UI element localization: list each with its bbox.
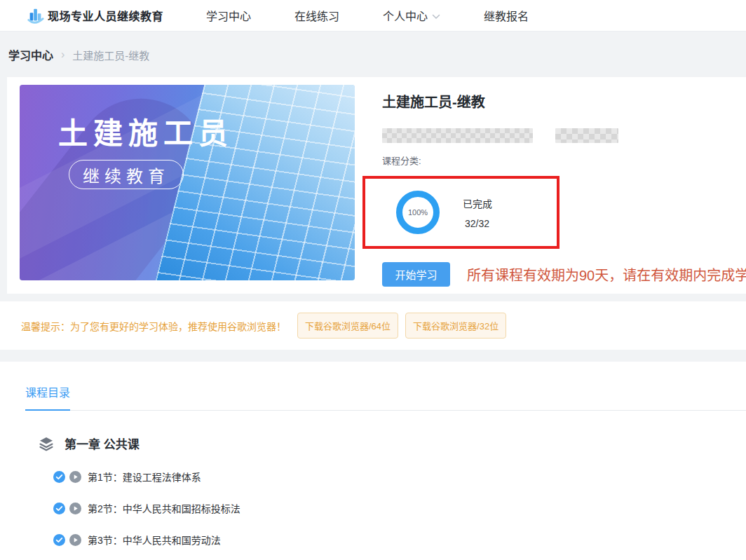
download-chrome-64-button[interactable]: 下载谷歌浏览器/64位 [297, 313, 398, 339]
browser-notice-bar: 温馨提示：为了您有更好的学习体验，推荐使用谷歌浏览器！ 下载谷歌浏览器/64位 … [0, 301, 746, 350]
tab-course-catalog[interactable]: 课程目录 [25, 383, 70, 411]
course-info-panel: 土建施工员-继教 课程分类: 100% 已完成 32/32 开始学习 所有课程有… [362, 85, 746, 287]
chapter-title: 第一章 公共课 [65, 435, 140, 452]
banner-title: 土建施工员 [55, 109, 237, 152]
play-icon[interactable] [69, 503, 81, 514]
breadcrumb: 学习中心 › 土建施工员-继教 [0, 32, 746, 77]
nav-item-personal-center[interactable]: 个人中心 [361, 0, 462, 32]
breadcrumb-root[interactable]: 学习中心 [8, 46, 53, 63]
lesson-row[interactable]: 第3节：中华人民共和国劳动法 [53, 533, 746, 547]
start-learning-button[interactable]: 开始学习 [382, 262, 450, 287]
progress-percent: 100% [408, 208, 428, 217]
brand-logo[interactable]: 现场专业人员继续教育 [27, 6, 163, 25]
redacted-info-block [555, 128, 618, 143]
lesson-label: 第3节：中华人民共和国劳动法 [88, 533, 221, 547]
chevron-down-icon [432, 14, 440, 20]
top-navbar: 现场专业人员继续教育 学习中心 在线练习 个人中心 继教报名 [0, 0, 746, 32]
redacted-info-block [382, 128, 533, 143]
lesson-label: 第2节：中华人民共和国招标投标法 [88, 501, 240, 515]
progress-count: 32/32 [465, 218, 492, 229]
action-row: 开始学习 所有课程有效期为90天，请在有效期内完成学 [382, 262, 746, 287]
course-title: 土建施工员-继教 [382, 91, 746, 111]
completed-check-icon [53, 471, 65, 483]
play-icon[interactable] [69, 534, 81, 546]
lesson-row[interactable]: 第2节：中华人民共和国招标投标法 [53, 501, 746, 515]
nav-item-registration[interactable]: 继教报名 [462, 0, 550, 32]
nav-item-learning-center[interactable]: 学习中心 [184, 0, 273, 32]
lesson-label: 第1节：建设工程法律体系 [88, 470, 201, 484]
layers-icon [38, 435, 55, 452]
banner-badge: 继续教育 [69, 160, 184, 189]
validity-notice-text: 所有课程有效期为90天，请在有效期内完成学 [467, 264, 746, 285]
course-banner-image: 土建施工员 继续教育 [20, 85, 355, 280]
progress-status-label: 已完成 [463, 196, 492, 210]
redacted-info-row [382, 128, 746, 143]
notice-text: 温馨提示：为了您有更好的学习体验，推荐使用谷歌浏览器！ [21, 319, 286, 333]
play-icon[interactable] [69, 471, 81, 483]
chapter-row[interactable]: 第一章 公共课 [38, 435, 746, 452]
completed-check-icon [53, 534, 65, 546]
download-chrome-32-button[interactable]: 下载谷歌浏览器/32位 [405, 313, 506, 339]
course-hero-card: 土建施工员 继续教育 土建施工员-继教 课程分类: 100% 已完成 32/32… [7, 77, 746, 294]
breadcrumb-separator-icon: › [61, 48, 65, 61]
progress-texts: 已完成 32/32 [463, 196, 492, 229]
category-label: 课程分类: [382, 153, 746, 167]
brand-bars-icon [27, 6, 45, 25]
nav-menu: 学习中心 在线练习 个人中心 继教报名 [184, 0, 550, 32]
lesson-row[interactable]: 第1节：建设工程法律体系 [53, 470, 746, 484]
breadcrumb-current: 土建施工员-继教 [72, 48, 149, 62]
progress-ring: 100% [396, 191, 440, 234]
nav-item-online-practice[interactable]: 在线练习 [273, 0, 361, 32]
catalog-tab-strip: 课程目录 [25, 383, 746, 411]
course-catalog-card: 课程目录 第一章 公共课 第1节：建设工程法律体系 第2节：中华人民共和国招标投 [0, 362, 746, 560]
completed-check-icon [53, 503, 65, 514]
progress-highlight-box: 100% 已完成 32/32 [362, 176, 560, 249]
brand-name: 现场专业人员继续教育 [48, 7, 163, 24]
